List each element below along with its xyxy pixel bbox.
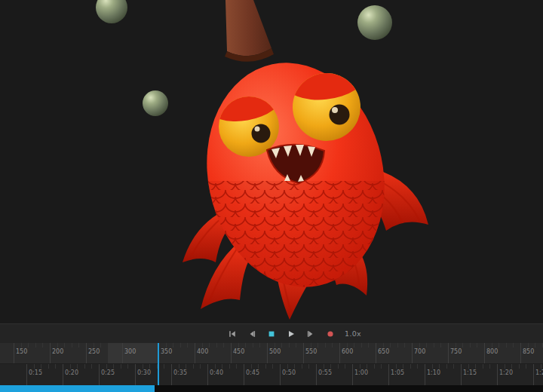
time-tick-label: 1:25 [535,369,543,376]
time-minor-tick [121,364,121,369]
frame-ruler[interactable]: 1502002503003504004505005506006507007508… [0,343,543,364]
frame-tick-label: 600 [342,348,353,355]
frame-tick-label: 500 [269,348,281,355]
time-minor-tick [200,364,201,369]
time-tick [135,364,136,385]
frame-minor-tick [202,343,203,348]
frame-minor-tick [506,343,507,348]
frame-minor-tick [100,343,101,348]
frame-minor-tick [108,343,109,348]
frame-minor-tick [245,343,246,348]
bubble[interactable] [96,0,127,23]
time-tick [352,364,353,385]
frame-minor-tick [275,343,275,348]
time-tick [280,364,281,385]
time-tick-label: 1:15 [463,369,477,376]
frame-minor-tick [42,343,43,348]
time-tick [461,364,462,385]
pupil-right [330,105,350,125]
timeline-scrollbar-fill[interactable] [0,385,155,392]
time-tick [533,364,534,385]
time-minor-tick [367,364,367,369]
frame-minor-tick [499,343,499,348]
time-minor-tick [186,364,186,369]
frame-minor-tick [281,343,282,348]
frame-tick-label: 350 [161,348,172,355]
bubble[interactable] [143,90,168,116]
frame-tick [448,343,449,364]
time-tick [425,364,425,385]
time-minor-tick [410,364,411,369]
frame-tick-label: 700 [414,348,425,355]
time-minor-tick [302,364,302,369]
time-minor-tick [55,364,56,369]
timeline: 1502002503003504004505005506006507007508… [0,343,543,385]
fish-character[interactable] [183,0,428,320]
cone-hat [225,0,272,56]
time-tick-label: 1:10 [427,369,440,376]
playback-speed[interactable]: 1.0x [345,329,361,338]
time-minor-tick [113,364,114,369]
frame-minor-tick [332,343,333,348]
time-minor-tick [403,364,403,369]
time-tick-label: 1:05 [391,369,404,376]
time-minor-tick [446,364,447,369]
timeline-scrollbar[interactable] [0,385,543,392]
step-backward-button[interactable] [247,329,257,339]
frame-minor-tick [347,343,348,348]
frame-minor-tick [419,343,420,348]
frame-tick-label: 400 [197,348,208,355]
time-tick [171,364,172,385]
time-minor-tick [215,364,216,369]
frame-minor-tick [151,343,152,348]
frame-minor-tick [368,343,369,348]
frame-tick-label: 150 [16,348,27,355]
stop-button[interactable] [266,329,277,339]
frame-tick-label: 300 [124,348,136,355]
time-tick [316,364,317,385]
frame-tick [231,343,232,364]
time-minor-tick [294,364,295,369]
frame-minor-tick [426,343,427,348]
time-minor-tick [475,364,476,369]
frame-tick [484,343,485,364]
record-button[interactable] [325,329,336,339]
frame-minor-tick [470,343,471,348]
time-tick [26,364,27,385]
frame-minor-tick [361,343,362,348]
time-ruler[interactable]: 0:150:200:250:300:350:400:450:500:551:00… [0,364,543,385]
skip-to-start-button[interactable] [227,329,238,339]
frame-tick [376,343,376,364]
step-forward-button[interactable] [305,329,316,339]
time-tick-label: 0:55 [318,369,332,376]
time-minor-tick [34,364,35,369]
frame-minor-tick [115,343,115,348]
time-minor-tick [258,364,259,369]
frame-tick [520,343,521,364]
step-forward-icon [307,330,314,338]
frame-minor-tick [318,343,318,348]
viewport-canvas[interactable] [0,0,543,323]
time-minor-tick [519,364,520,369]
time-tick-label: 0:45 [246,369,259,376]
bubble[interactable] [357,5,392,40]
time-minor-tick [489,364,490,369]
frame-minor-tick [137,343,137,348]
frame-tick [14,343,14,364]
playhead[interactable] [158,343,159,385]
time-minor-tick [417,364,418,369]
frame-minor-tick [404,343,405,348]
frame-minor-tick [259,343,260,348]
frame-tick [339,343,340,364]
time-minor-tick [396,364,397,369]
frame-minor-tick [311,343,311,348]
time-minor-tick [265,364,266,369]
time-minor-tick [77,364,78,369]
time-minor-tick [91,364,92,369]
time-minor-tick [468,364,469,369]
frame-tick-label: 650 [378,348,389,355]
play-button[interactable] [286,329,296,339]
time-minor-tick [193,364,194,369]
frame-minor-tick [187,343,188,348]
time-minor-tick [505,364,505,369]
